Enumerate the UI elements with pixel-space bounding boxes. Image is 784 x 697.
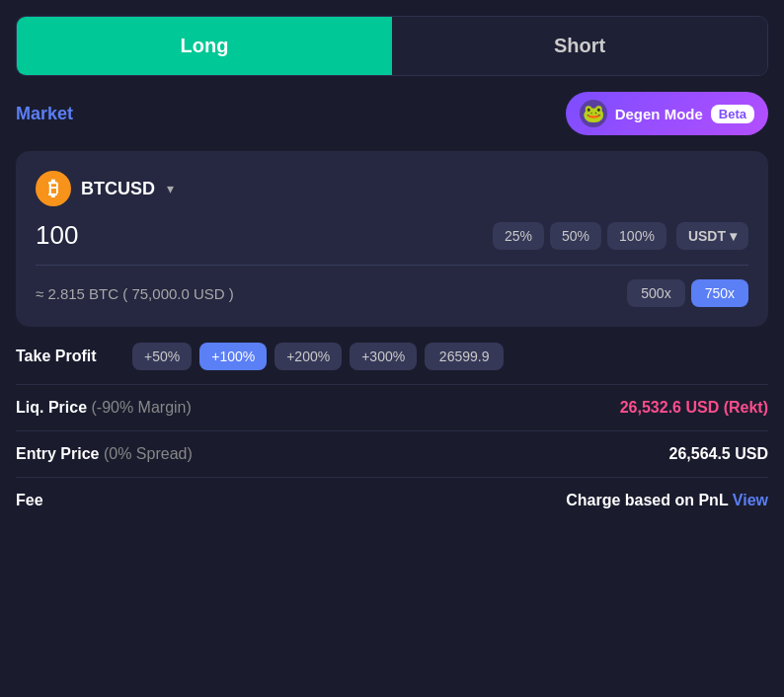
fee-text: Charge based on PnL (566, 492, 728, 508)
fee-view-link[interactable]: View (733, 492, 768, 508)
frog-icon: 🐸 (580, 100, 607, 127)
tp-300-button[interactable]: +300% (350, 343, 417, 370)
liq-price-label: Liq. Price (-90% Margin) (16, 399, 192, 417)
trading-panel: Long Short Market 🐸 Degen Mode Beta ₿ BT… (16, 16, 768, 513)
coin-name: BTCUSD (81, 179, 155, 199)
pct-100-button[interactable]: 100% (607, 222, 666, 250)
take-profit-row: Take Profit +50% +100% +200% +300% 26599… (16, 343, 768, 385)
amount-input[interactable] (36, 220, 483, 251)
fee-value: Charge based on PnL View (566, 492, 768, 509)
approx-text: ≈ 2.815 BTC ( 75,000.0 USD ) (36, 285, 234, 302)
leverage-750x-button[interactable]: 750x (691, 279, 748, 307)
percentage-buttons: 25% 50% 100% (493, 222, 666, 250)
short-button[interactable]: Short (392, 17, 767, 75)
info-section: Take Profit +50% +100% +200% +300% 26599… (16, 339, 768, 513)
pct-25-button[interactable]: 25% (493, 222, 544, 250)
tp-100-button[interactable]: +100% (199, 343, 267, 370)
entry-price-label: Entry Price (0% Spread) (16, 445, 193, 463)
market-label: Market (16, 104, 73, 124)
trading-card: ₿ BTCUSD ▾ 25% 50% 100% USDT ▾ ≈ 2.815 B… (16, 151, 768, 327)
take-profit-controls: Take Profit +50% +100% +200% +300% 26599… (16, 343, 504, 370)
liq-price-value: 26,532.6 USD (Rekt) (620, 399, 768, 417)
coin-dropdown-arrow: ▾ (167, 181, 174, 196)
liq-price-sub: (-90% Margin) (91, 399, 191, 416)
fee-label: Fee (16, 492, 43, 509)
degen-mode-button[interactable]: 🐸 Degen Mode Beta (566, 92, 768, 135)
beta-badge: Beta (711, 105, 754, 123)
currency-dropdown-arrow: ▾ (730, 228, 737, 244)
pct-50-button[interactable]: 50% (550, 222, 601, 250)
approx-row: ≈ 2.815 BTC ( 75,000.0 USD ) 500x 750x (36, 279, 748, 307)
btc-icon: ₿ (36, 171, 71, 206)
entry-price-value: 26,564.5 USD (668, 445, 768, 463)
long-button[interactable]: Long (17, 17, 392, 75)
long-short-toggle: Long Short (16, 16, 768, 76)
market-row: Market 🐸 Degen Mode Beta (16, 88, 768, 139)
take-profit-label: Take Profit (16, 348, 124, 365)
leverage-buttons: 500x 750x (627, 279, 748, 307)
coin-selector[interactable]: ₿ BTCUSD ▾ (36, 171, 748, 206)
leverage-500x-button[interactable]: 500x (627, 279, 684, 307)
fee-row: Fee Charge based on PnL View (16, 492, 768, 509)
amount-row: 25% 50% 100% USDT ▾ (36, 220, 748, 266)
currency-label: USDT (688, 228, 726, 244)
tp-200-button[interactable]: +200% (274, 343, 342, 370)
currency-select[interactable]: USDT ▾ (676, 222, 748, 250)
tp-50-button[interactable]: +50% (132, 343, 192, 370)
degen-mode-label: Degen Mode (615, 106, 703, 122)
liq-price-row: Liq. Price (-90% Margin) 26,532.6 USD (R… (16, 399, 768, 431)
tp-value: 26599.9 (425, 343, 504, 370)
entry-price-sub: (0% Spread) (104, 445, 193, 462)
entry-price-row: Entry Price (0% Spread) 26,564.5 USD (16, 445, 768, 478)
